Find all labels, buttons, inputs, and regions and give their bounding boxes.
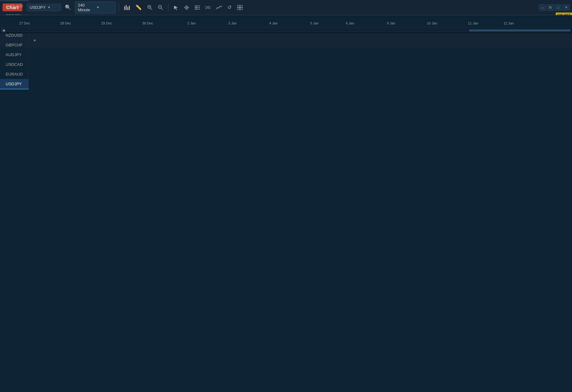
svg-rect-16: [195, 7, 198, 8]
tabs-container: CADJPYAUDUSDGBPJPYEURUSDNZDUSDGBPCHFAUDJ…: [0, 0, 29, 89]
tab-item-audusd[interactable]: AUDUSD: [0, 1, 29, 11]
search-button[interactable]: 🔍: [63, 3, 73, 12]
draw-button[interactable]: ✏️: [134, 3, 144, 12]
svg-rect-25: [240, 5, 243, 7]
svg-rect-19: [199, 7, 200, 8]
x-label: 29 Dec: [101, 21, 112, 25]
maximize-button[interactable]: □: [555, 4, 562, 11]
x-label: 12 Jan: [503, 21, 514, 25]
x-label: 9 Jan: [387, 21, 395, 25]
svg-rect-20: [199, 9, 200, 9]
crosshair-button[interactable]: [182, 4, 191, 11]
x-label: 4 Jan: [269, 21, 278, 25]
tab-item-gbpchf[interactable]: GBPCHF: [0, 40, 29, 50]
scroll-track[interactable]: [7, 29, 571, 32]
x-label: 6 Jan: [346, 21, 354, 25]
refresh-button[interactable]: ↺: [225, 3, 233, 12]
svg-rect-26: [237, 8, 240, 10]
scrollbar-area[interactable]: ◀: [0, 28, 572, 33]
svg-rect-15: [195, 6, 198, 6]
x-axis: 27 Dec28 Dec29 Dec30 Dec2 Jan3 Jan4 Jan5…: [0, 15, 572, 28]
svg-rect-1: [126, 5, 127, 10]
zoom-in-icon: [147, 5, 152, 10]
separator-2: [168, 3, 168, 12]
crosshair-icon: [184, 5, 189, 10]
indicator-button[interactable]: [214, 4, 224, 11]
svg-line-7: [151, 8, 152, 10]
tab-item-nzdusd[interactable]: NZDUSD: [0, 30, 29, 40]
minimize-button[interactable]: —: [539, 4, 546, 11]
tab-item-audjpy[interactable]: AUDJPY: [0, 50, 29, 60]
tab-item-usdjpy[interactable]: USDJPY: [0, 79, 29, 89]
svg-rect-18: [199, 6, 200, 6]
bar-chart-button[interactable]: [122, 4, 132, 11]
tab-item-usdcad[interactable]: USDCAD: [0, 60, 29, 69]
zoom-in-button[interactable]: [146, 4, 154, 11]
toolbar: Chart USDJPY ▼ 🔍 240 Minute ▼ ✏️: [0, 0, 572, 15]
properties-icon: [195, 5, 200, 10]
svg-rect-22: [209, 6, 210, 9]
timeframe-chevron-icon: ▼: [96, 6, 113, 9]
separator-1: [119, 3, 119, 12]
svg-line-10: [161, 8, 163, 10]
zoom-out-icon: [158, 5, 163, 10]
menu-button[interactable]: [235, 4, 245, 11]
indicator-icon: [216, 5, 222, 10]
close-button[interactable]: ✕: [563, 4, 569, 11]
tab-item-euraud[interactable]: EURAUD: [0, 69, 29, 79]
x-label: 3 Jan: [228, 21, 237, 25]
x-label: 27 Dec: [19, 21, 30, 25]
link-icon: [205, 5, 210, 10]
x-label: 2 Jan: [187, 21, 196, 25]
svg-rect-24: [237, 5, 240, 7]
svg-rect-21: [205, 6, 207, 9]
svg-rect-17: [195, 9, 198, 9]
symbol-selector[interactable]: USDJPY ▼: [27, 4, 61, 11]
bottom-tabs: CADJPYAUDUSDGBPJPYEURUSDNZDUSDGBPCHFAUDJ…: [0, 33, 572, 48]
symbol-label: USDJPY: [29, 5, 45, 10]
link-button[interactable]: [204, 4, 212, 11]
tile-button[interactable]: ⧉: [547, 4, 554, 11]
svg-rect-2: [127, 7, 128, 10]
x-label: 10 Jan: [427, 21, 437, 25]
menu-icon: [237, 5, 243, 10]
svg-marker-11: [174, 6, 178, 10]
svg-rect-0: [124, 6, 125, 10]
x-label: 28 Dec: [60, 21, 71, 25]
timeframe-selector[interactable]: 240 Minute ▼: [75, 2, 116, 13]
cursor-button[interactable]: [172, 4, 180, 11]
svg-rect-27: [240, 8, 243, 10]
cursor-icon: [173, 5, 178, 10]
zoom-out-button[interactable]: [156, 4, 165, 11]
scroll-thumb[interactable]: [469, 29, 570, 31]
window-controls: — ⧉ □ ✕: [539, 4, 569, 11]
symbol-chevron-icon: ▼: [47, 6, 58, 9]
svg-rect-3: [129, 6, 130, 10]
x-label: 11 Jan: [468, 21, 478, 25]
properties-button[interactable]: [193, 4, 202, 11]
x-label: 30 Dec: [142, 21, 153, 25]
add-tab-button[interactable]: +: [29, 33, 40, 48]
x-label: 5 Jan: [310, 21, 319, 25]
timeframe-label: 240 Minute: [78, 3, 94, 12]
bar-chart-icon: [124, 5, 130, 10]
